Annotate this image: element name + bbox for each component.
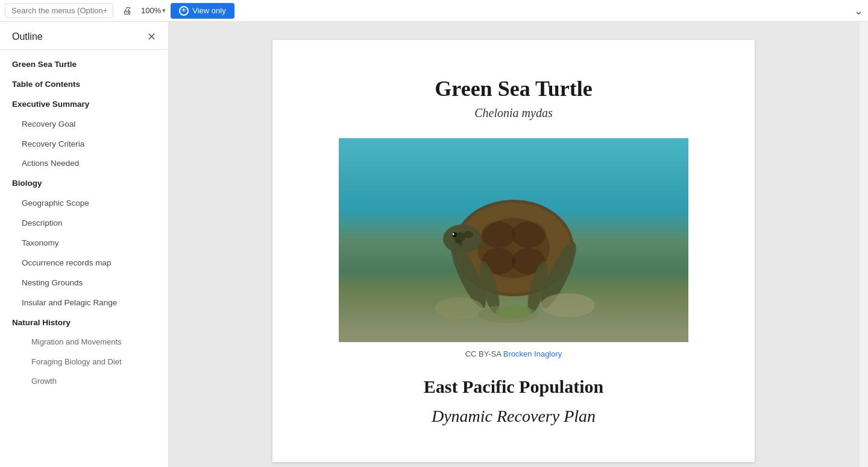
toolbar: 🖨 100% ▾ 👁 View only ⌄ (0, 0, 868, 22)
sidebar-item-biology[interactable]: Biology (0, 174, 168, 194)
document-subtitle: Chelonia mydas (474, 106, 552, 120)
collapse-toolbar-button[interactable]: ⌄ (854, 4, 863, 17)
svg-point-12 (453, 234, 454, 235)
sidebar-item-recovery-criteria[interactable]: Recovery Criteria (0, 135, 168, 154)
sidebar-item-nesting-grounds[interactable]: Nesting Grounds (0, 273, 168, 293)
search-input[interactable] (5, 3, 113, 18)
sidebar-item-natural-history[interactable]: Natural History (0, 313, 168, 333)
caption-link[interactable]: Brocken Inaglory (503, 349, 562, 358)
sidebar-item-occurrence-records-map[interactable]: Occurrence records map (0, 253, 168, 273)
section-subtitle: Dynamic Recovery Plan (432, 407, 596, 426)
sidebar-item-migration-and-movements[interactable]: Migration and Movements (0, 332, 168, 352)
close-sidebar-button[interactable]: ✕ (147, 31, 156, 42)
eye-icon: 👁 (179, 6, 189, 16)
svg-point-17 (435, 297, 483, 319)
svg-point-20 (495, 304, 532, 319)
view-only-button[interactable]: 👁 View only (171, 3, 234, 19)
sidebar-item-green-sea-turtle[interactable]: Green Sea Turtle (0, 55, 168, 75)
sidebar-header: Outline ✕ (0, 22, 168, 50)
close-icon: ✕ (147, 31, 156, 43)
view-only-label: View only (192, 6, 225, 15)
chevron-down-icon: ⌄ (854, 5, 863, 17)
document-page: Green Sea Turtle Chelonia mydas (272, 40, 755, 462)
turtle-svg (411, 170, 616, 326)
document-title: Green Sea Turtle (435, 76, 592, 101)
zoom-dropdown-icon[interactable]: ▾ (162, 7, 166, 14)
svg-point-4 (512, 221, 546, 248)
svg-point-9 (464, 231, 473, 238)
zoom-level: 100% (141, 6, 161, 15)
print-icon: 🖨 (122, 5, 132, 16)
caption-text: CC BY-SA (465, 349, 503, 358)
section-title: East Pacific Population (424, 376, 603, 397)
sidebar-item-recovery-goal[interactable]: Recovery Goal (0, 115, 168, 135)
sidebar-item-executive-summary[interactable]: Executive Summary (0, 95, 168, 115)
main-area: Outline ✕ Green Sea TurtleTable of Conte… (0, 22, 868, 467)
right-scrollbar-panel (858, 22, 868, 467)
section-subtitle-italic: Dynamic (432, 407, 492, 425)
sidebar-title: Outline (12, 31, 43, 42)
toolbar-right: ⌄ (854, 4, 863, 17)
sidebar: Outline ✕ Green Sea TurtleTable of Conte… (0, 22, 169, 467)
print-button[interactable]: 🖨 (118, 2, 136, 19)
sidebar-item-foraging-biology-and-diet[interactable]: Foraging Biology and Diet (0, 352, 168, 372)
turtle-image (339, 138, 688, 342)
sidebar-item-taxonomy[interactable]: Taxonomy (0, 234, 168, 253)
section-subtitle-rest: Recovery Plan (492, 407, 596, 425)
sidebar-item-insular-and-pelagic-range[interactable]: Insular and Pelagic Range (0, 293, 168, 313)
sidebar-item-geographic-scope[interactable]: Geographic Scope (0, 194, 168, 214)
zoom-group: 100% ▾ (141, 6, 166, 15)
image-caption: CC BY-SA Brocken Inaglory (465, 349, 562, 358)
svg-point-3 (482, 221, 515, 248)
document-area[interactable]: Green Sea Turtle Chelonia mydas (169, 22, 858, 467)
svg-point-19 (541, 293, 595, 317)
sidebar-item-actions-needed[interactable]: Actions Needed (0, 154, 168, 174)
sidebar-item-description[interactable]: Description (0, 214, 168, 234)
sidebar-item-growth[interactable]: Growth (0, 372, 168, 391)
outline-list: Green Sea TurtleTable of ContentsExecuti… (0, 50, 168, 467)
sidebar-item-table-of-contents[interactable]: Table of Contents (0, 75, 168, 95)
